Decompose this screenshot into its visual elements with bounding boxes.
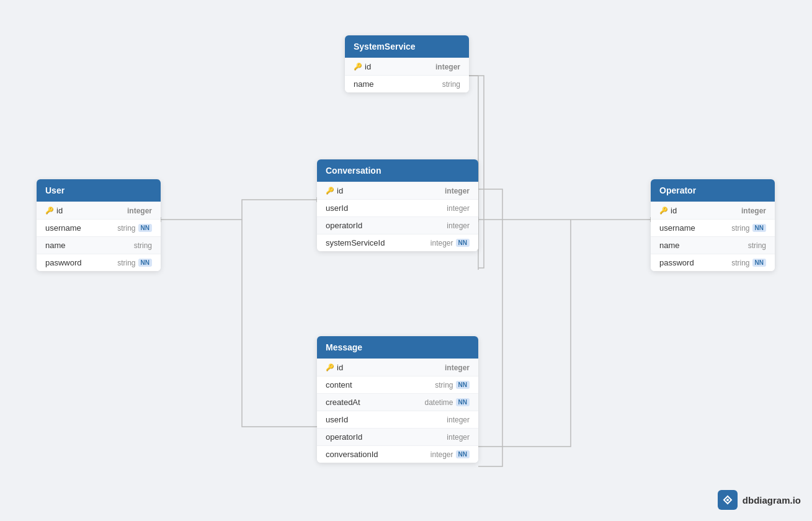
table-row: userId integer [317,199,478,216]
user-table: User 🔑 id integer username string NN nam… [37,179,161,271]
logo-text: dbdiagram.io [743,495,801,505]
field-type: string NN [117,224,152,233]
key-icon: 🔑 [354,63,362,71]
field-type: string NN [117,259,152,267]
system-service-table: SystemService 🔑 id integer name string [345,35,469,92]
table-row: paswword string NN [37,254,161,271]
logo-icon [718,490,738,510]
conversation-table: Conversation 🔑 id integer userId integer… [317,159,478,251]
table-row: name string [651,236,775,254]
field-name: operatorId [326,432,362,442]
field-name: conversationId [326,450,378,459]
field-type: integer NN [431,450,470,459]
field-name: userId [326,203,348,213]
field-type: integer [127,207,152,215]
field-type: integer [445,187,470,195]
table-row: username string NN [651,219,775,236]
table-row: content string NN [317,376,478,393]
field-type: string [442,80,460,89]
operator-table: Operator 🔑 id integer username string NN… [651,179,775,271]
field-name: operatorId [326,221,362,230]
field-name: name [45,241,66,250]
field-type: string NN [435,381,470,390]
table-row: password string NN [651,254,775,271]
field-type: datetime NN [425,398,470,407]
field-name: content [326,380,352,390]
field-name: 🔑 id [354,62,371,71]
field-name: username [45,223,81,233]
field-type: integer [741,207,766,215]
logo: dbdiagram.io [718,490,801,510]
field-name: 🔑 id [659,206,677,215]
table-row: name string [37,236,161,254]
field-type: string [134,241,152,250]
table-row: userId integer [317,411,478,428]
svg-point-8 [726,499,729,501]
table-row: conversationId integer NN [317,445,478,463]
field-name: 🔑 id [326,186,343,195]
operator-table-header: Operator [651,179,775,202]
table-row: name string [345,75,469,92]
field-type: integer [447,433,470,442]
system-service-table-header: SystemService [345,35,469,58]
table-row: createdAt datetime NN [317,393,478,411]
key-icon: 🔑 [659,207,668,215]
table-row: 🔑 id integer [317,358,478,376]
message-table: Message 🔑 id integer content string NN c… [317,336,478,463]
field-type: integer [447,204,470,213]
table-row: operatorId integer [317,216,478,234]
field-name: createdAt [326,398,360,407]
field-type: integer [445,363,470,372]
table-row: 🔑 id integer [345,58,469,75]
table-row: 🔑 id integer [37,202,161,219]
field-type: integer [447,416,470,424]
field-name: name [354,79,374,89]
key-icon: 🔑 [326,187,334,195]
table-row: username string NN [37,219,161,236]
field-type: integer NN [431,239,470,247]
user-table-header: User [37,179,161,202]
field-name: systemServiceId [326,238,385,247]
field-type: integer [435,63,460,71]
table-row: operatorId integer [317,428,478,445]
table-row: systemServiceId integer NN [317,234,478,251]
field-name: paswword [45,258,82,267]
key-icon: 🔑 [45,207,54,215]
field-name: username [659,223,695,233]
field-type: integer [447,221,470,230]
field-name: name [659,241,680,250]
field-name: password [659,258,694,267]
field-name: userId [326,415,348,424]
field-type: string NN [731,259,766,267]
field-type: string [748,241,766,250]
message-table-header: Message [317,336,478,358]
diagram-canvas: User 🔑 id integer username string NN nam… [0,0,812,521]
table-row: 🔑 id integer [317,182,478,199]
table-row: 🔑 id integer [651,202,775,219]
key-icon: 🔑 [326,363,334,372]
field-name: 🔑 id [326,363,343,372]
field-name: 🔑 id [45,206,63,215]
conversation-table-header: Conversation [317,159,478,182]
field-type: string NN [731,224,766,233]
